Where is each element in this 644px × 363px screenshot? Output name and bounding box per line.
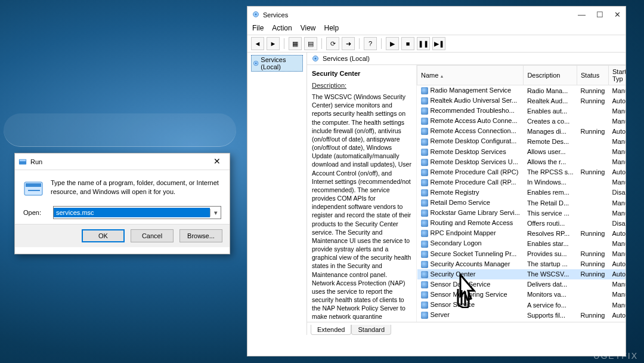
tab-standard[interactable]: Standard bbox=[351, 325, 391, 335]
gear-icon bbox=[252, 11, 259, 19]
tree-node-services-local[interactable]: Services (Local) bbox=[251, 55, 303, 72]
toolbar: ◄ ► ▦ ▤ ⟳ ➜ ? ▶ ■ ❚❚ ▶❚ bbox=[247, 35, 626, 53]
details-button[interactable]: ▤ bbox=[304, 37, 317, 50]
description-panel: Security Center Description: The WSCSVC … bbox=[307, 65, 417, 322]
menu-view[interactable]: View bbox=[301, 24, 316, 32]
svg-rect-3 bbox=[26, 183, 41, 187]
svg-point-9 bbox=[315, 58, 317, 60]
show-hide-button[interactable]: ▦ bbox=[289, 37, 302, 50]
background-decoration bbox=[4, 113, 236, 147]
svg-point-5 bbox=[255, 13, 257, 15]
menu-help[interactable]: Help bbox=[324, 24, 339, 32]
table-row[interactable]: Radio Management ServiceRadio Mana...Run… bbox=[417, 85, 626, 96]
restart-button[interactable]: ▶❚ bbox=[432, 37, 445, 50]
export-button[interactable]: ➜ bbox=[342, 37, 355, 50]
table-row[interactable]: Remote Procedure Call (RP...In Windows..… bbox=[417, 177, 626, 187]
col-startup[interactable]: Startup Typ bbox=[609, 66, 626, 85]
table-row[interactable]: ServerSupports fil...RunningAutomatic bbox=[417, 310, 626, 320]
stop-button[interactable]: ■ bbox=[401, 37, 414, 50]
table-row[interactable]: Security Accounts ManagerThe startup ...… bbox=[417, 259, 626, 269]
table-row[interactable]: Sensor ServiceA service fo...Manual (Tri bbox=[417, 300, 626, 310]
pause-button[interactable]: ❚❚ bbox=[417, 37, 430, 50]
description-label: Description: bbox=[312, 82, 411, 89]
browse-button[interactable]: Browse... bbox=[179, 229, 222, 242]
table-row[interactable]: Shared PC Account ManagerManages pr...Di… bbox=[417, 320, 626, 322]
open-label: Open: bbox=[23, 209, 47, 216]
table-row[interactable]: Retail Demo ServiceThe Retail D...Manual bbox=[417, 198, 626, 208]
maximize-button[interactable]: ☐ bbox=[596, 10, 603, 19]
sort-asc-icon: ▴ bbox=[441, 73, 443, 79]
close-button[interactable]: ✕ bbox=[208, 156, 226, 168]
svg-point-7 bbox=[255, 63, 257, 64]
ok-button[interactable]: OK bbox=[82, 229, 125, 242]
chevron-down-icon[interactable]: ▾ bbox=[210, 209, 221, 217]
run-instruction: Type the name of a program, folder, docu… bbox=[51, 179, 221, 199]
run-titlebar[interactable]: Run ✕ bbox=[15, 153, 230, 170]
open-combobox[interactable]: ▾ bbox=[53, 206, 221, 219]
menu-file[interactable]: File bbox=[252, 24, 264, 32]
services-table[interactable]: Name▴ Description Status Startup Typ Rad… bbox=[417, 65, 626, 322]
table-row[interactable]: Realtek Audio Universal Ser...Realtek Au… bbox=[417, 96, 626, 106]
col-description[interactable]: Description bbox=[524, 66, 577, 85]
description-text: The WSCSVC (Windows Security Center) ser… bbox=[312, 93, 411, 322]
run-title: Run bbox=[30, 158, 42, 165]
run-icon bbox=[18, 158, 27, 166]
table-row[interactable]: Recommended Troublesho...Enables aut...M… bbox=[417, 106, 626, 116]
table-row[interactable]: Remote Access Auto Conne...Creates a co.… bbox=[417, 116, 626, 126]
start-button[interactable]: ▶ bbox=[386, 37, 399, 50]
services-title: Services bbox=[263, 11, 288, 19]
table-row[interactable]: Remote Desktop Services U...Allows the r… bbox=[417, 157, 626, 167]
table-row[interactable]: Remote Access Connection...Manages di...… bbox=[417, 126, 626, 136]
tree-pane: Services (Local) bbox=[247, 53, 307, 335]
minimize-button[interactable]: — bbox=[578, 10, 586, 19]
open-input[interactable] bbox=[54, 208, 210, 217]
col-name[interactable]: Name▴ bbox=[417, 66, 524, 85]
table-row[interactable]: Secure Socket Tunneling Pr...Provides su… bbox=[417, 249, 626, 259]
list-header: Services (Local) bbox=[307, 53, 626, 65]
back-button[interactable]: ◄ bbox=[251, 37, 264, 50]
table-row[interactable]: Secondary LogonEnables star...Manual bbox=[417, 238, 626, 248]
table-row[interactable]: Remote RegistryEnables rem...Disabled bbox=[417, 187, 626, 198]
table-row[interactable]: Remote Procedure Call (RPC)The RPCSS s..… bbox=[417, 167, 626, 177]
forward-button[interactable]: ► bbox=[267, 37, 280, 50]
table-row[interactable]: Routing and Remote AccessOffers routi...… bbox=[417, 218, 626, 228]
watermark: UGETFIX bbox=[593, 351, 638, 361]
tab-extended[interactable]: Extended bbox=[311, 325, 351, 335]
selected-service-name: Security Center bbox=[312, 70, 411, 77]
table-row[interactable]: Rockstar Game Library Servi...This servi… bbox=[417, 208, 626, 218]
run-dialog: Run ✕ Type the name of a program, folder… bbox=[14, 153, 230, 254]
menu-bar: File Action View Help bbox=[247, 23, 626, 35]
run-app-icon bbox=[23, 179, 44, 199]
table-row[interactable]: Sensor Data ServiceDelivers dat...Manual… bbox=[417, 279, 626, 290]
help-button[interactable]: ? bbox=[364, 37, 377, 50]
cancel-button[interactable]: Cancel bbox=[131, 229, 174, 242]
services-window: Services — ☐ ✕ File Action View Help ◄ ►… bbox=[247, 6, 626, 356]
services-titlebar[interactable]: Services — ☐ ✕ bbox=[247, 7, 626, 23]
table-row[interactable]: Security CenterThe WSCSV...RunningAutoma… bbox=[417, 269, 626, 279]
table-row[interactable]: Sensor Monitoring ServiceMonitors va...M… bbox=[417, 290, 626, 300]
table-row[interactable]: RPC Endpoint MapperResolves RP...Running… bbox=[417, 228, 626, 238]
col-status[interactable]: Status bbox=[577, 66, 609, 85]
table-row[interactable]: Remote Desktop Configurat...Remote Des..… bbox=[417, 136, 626, 146]
menu-action[interactable]: Action bbox=[272, 24, 292, 32]
table-row[interactable]: Remote Desktop ServicesAllows user...Man… bbox=[417, 147, 626, 157]
refresh-button[interactable]: ⟳ bbox=[326, 37, 339, 50]
close-button[interactable]: ✕ bbox=[614, 10, 621, 19]
svg-rect-1 bbox=[20, 159, 26, 161]
